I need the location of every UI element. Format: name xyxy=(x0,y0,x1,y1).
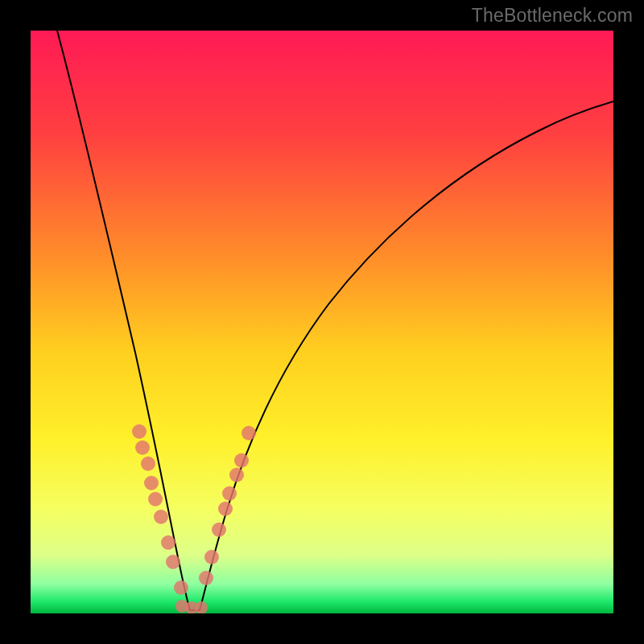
svg-point-8 xyxy=(166,555,180,569)
v-curve xyxy=(57,31,613,610)
svg-point-19 xyxy=(234,453,249,468)
svg-point-13 xyxy=(199,571,213,585)
svg-point-1 xyxy=(132,424,147,439)
svg-point-5 xyxy=(148,492,163,506)
plot-area xyxy=(31,31,613,613)
curve-layer xyxy=(31,31,613,613)
svg-point-9 xyxy=(174,580,188,595)
svg-point-7 xyxy=(161,535,175,550)
svg-point-16 xyxy=(218,502,233,516)
svg-point-3 xyxy=(141,456,155,471)
svg-point-12 xyxy=(195,601,208,613)
svg-point-14 xyxy=(204,550,219,564)
svg-point-20 xyxy=(242,426,256,440)
svg-point-4 xyxy=(144,476,159,490)
svg-point-17 xyxy=(222,486,237,501)
svg-point-2 xyxy=(135,440,150,455)
chart-frame: TheBottleneck.com xyxy=(0,0,644,644)
watermark-text: TheBottleneck.com xyxy=(472,5,633,27)
marker-cluster xyxy=(132,424,256,613)
svg-point-18 xyxy=(229,468,244,482)
svg-point-6 xyxy=(154,510,168,524)
svg-point-15 xyxy=(212,522,226,537)
